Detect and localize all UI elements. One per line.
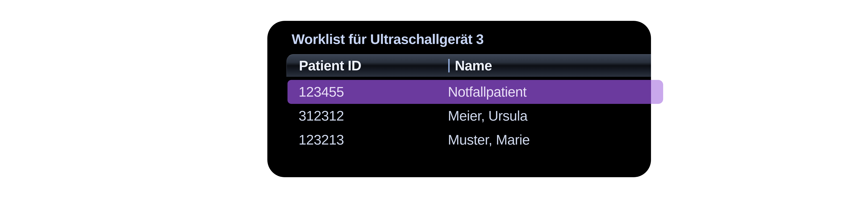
cell-patient-id: 123455 [299, 84, 448, 100]
column-header-patient-id[interactable]: Patient ID [299, 55, 448, 77]
cell-patient-id: 312312 [299, 108, 448, 124]
column-divider-icon [448, 59, 450, 73]
table-row[interactable]: 123455 Notfallpatient [287, 80, 651, 104]
table-header-row: Patient ID Name [286, 54, 651, 77]
worklist-panel: Worklist für Ultraschallgerät 3 Patient … [267, 21, 651, 177]
cell-patient-name: Notfallpatient [448, 84, 651, 100]
cell-patient-id: 123213 [299, 132, 448, 148]
cell-patient-name: Muster, Marie [448, 132, 651, 148]
table-body: 123455 Notfallpatient 312312 Meier, Ursu… [286, 77, 651, 152]
panel-title: Worklist für Ultraschallgerät 3 [292, 31, 651, 47]
table-row[interactable]: 312312 Meier, Ursula [286, 104, 651, 128]
column-header-name[interactable]: Name [448, 55, 651, 77]
worklist-table: Patient ID Name 123455 Notfallpatient 31… [286, 54, 651, 152]
cell-patient-name: Meier, Ursula [448, 108, 651, 124]
table-row[interactable]: 123213 Muster, Marie [286, 128, 651, 152]
column-header-name-label: Name [455, 58, 492, 74]
